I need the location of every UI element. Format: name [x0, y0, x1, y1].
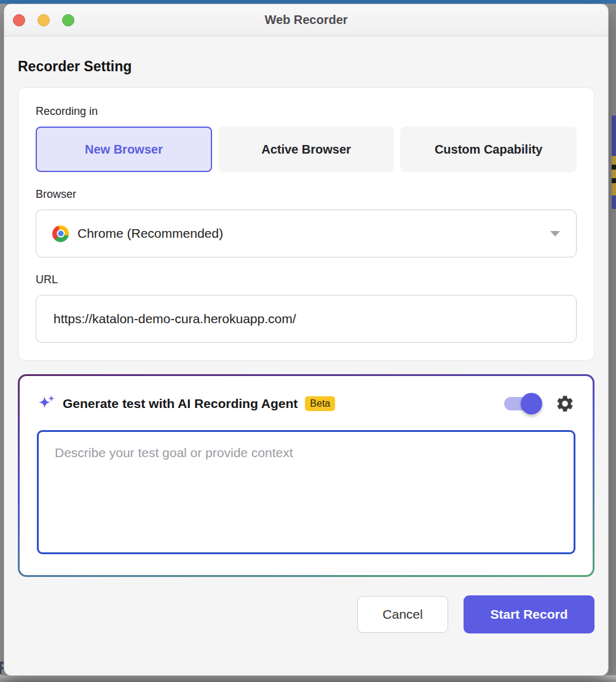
close-window-button[interactable] — [13, 14, 25, 26]
traffic-lights — [13, 14, 74, 26]
toggle-knob — [521, 393, 542, 415]
sparkle-icon — [37, 394, 55, 413]
recording-in-tabs: New Browser Active Browser Custom Capabi… — [36, 127, 577, 172]
web-recorder-dialog: Web Recorder Recorder Setting Recording … — [4, 4, 609, 676]
browser-label: Browser — [36, 188, 577, 201]
ai-agent-settings-button[interactable] — [555, 393, 575, 414]
ai-agent-header: Generate test with AI Recording Agent Be… — [37, 393, 575, 414]
beta-badge: Beta — [305, 396, 335, 411]
browser-select[interactable]: Chrome (Recommended) — [36, 210, 577, 257]
chrome-icon — [52, 225, 69, 242]
background-color-block — [612, 178, 616, 183]
background-color-block — [612, 165, 616, 170]
recorder-settings-card: Recording in New Browser Active Browser … — [18, 87, 594, 361]
chevron-down-icon — [550, 231, 560, 237]
gear-icon — [555, 394, 575, 414]
minimize-window-button[interactable] — [38, 14, 50, 26]
tab-new-browser[interactable]: New Browser — [36, 127, 212, 172]
background-app-bottom-strip — [0, 675, 616, 682]
background-color-block — [612, 156, 616, 195]
ai-agent-toggle[interactable] — [504, 397, 541, 410]
background-app-right-strip — [609, 4, 616, 682]
ai-agent-card-border: Generate test with AI Recording Agent Be… — [18, 374, 594, 577]
url-input[interactable] — [36, 295, 577, 343]
tab-custom-capability[interactable]: Custom Capability — [400, 127, 577, 172]
background-color-block — [612, 116, 616, 156]
titlebar[interactable]: Web Recorder — [4, 4, 608, 36]
recording-in-label: Recording in — [36, 105, 577, 118]
start-record-button[interactable]: Start Record — [464, 595, 594, 633]
browser-selected-option: Chrome (Recommended) — [77, 226, 223, 241]
page-title: Recorder Setting — [18, 58, 594, 75]
tab-active-browser[interactable]: Active Browser — [218, 127, 395, 172]
ai-agent-card: Generate test with AI Recording Agent Be… — [20, 376, 593, 575]
window-title: Web Recorder — [264, 13, 347, 27]
dialog-content: Recorder Setting Recording in New Browse… — [4, 58, 608, 633]
url-label: URL — [36, 273, 577, 286]
cancel-button[interactable]: Cancel — [357, 596, 448, 633]
test-goal-textarea[interactable] — [37, 430, 575, 554]
background-color-block — [612, 195, 616, 209]
ai-agent-title: Generate test with AI Recording Agent — [63, 396, 298, 411]
dialog-footer: Cancel Start Record — [18, 595, 594, 633]
zoom-window-button[interactable] — [62, 14, 74, 26]
